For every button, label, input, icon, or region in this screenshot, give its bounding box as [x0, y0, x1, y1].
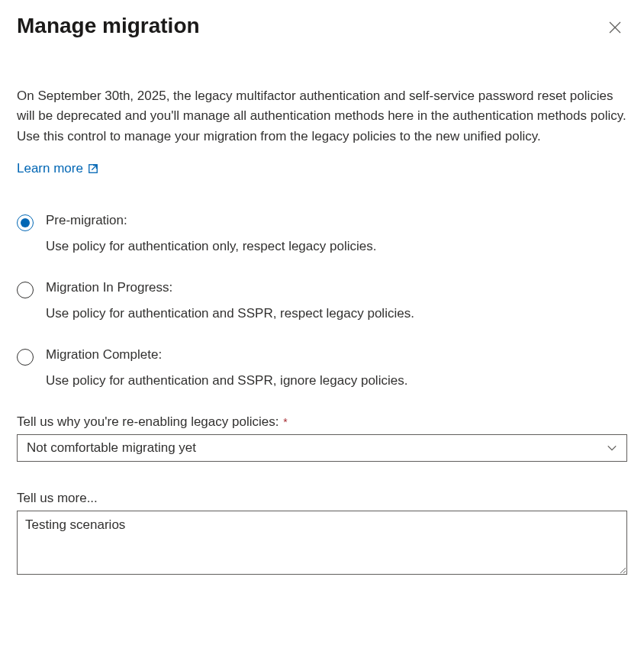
radio-label-in-progress[interactable]: Migration In Progress: — [46, 280, 627, 295]
reason-field-block: Tell us why you're re-enabling legacy po… — [17, 414, 627, 462]
more-textarea[interactable] — [17, 511, 627, 575]
radio-in-progress[interactable] — [17, 282, 34, 298]
radio-label-complete[interactable]: Migration Complete: — [46, 347, 627, 363]
migration-radio-group: Pre-migration: Use policy for authentica… — [17, 213, 627, 388]
learn-more-label: Learn more — [17, 161, 83, 176]
close-button[interactable] — [603, 15, 627, 42]
description-text: On September 30th, 2025, the legacy mult… — [17, 86, 627, 147]
required-marker: * — [283, 416, 287, 428]
reason-field-label: Tell us why you're re-enabling legacy po… — [17, 414, 279, 429]
radio-option-complete: Migration Complete: Use policy for authe… — [17, 347, 627, 388]
radio-selected-dot — [21, 218, 30, 227]
radio-complete[interactable] — [17, 349, 34, 366]
radio-sub-complete: Use policy for authentication and SSPR, … — [46, 373, 627, 388]
radio-label-pre-migration[interactable]: Pre-migration: — [46, 213, 627, 228]
radio-pre-migration[interactable] — [17, 214, 34, 231]
page-title: Manage migration — [17, 14, 200, 38]
reason-dropdown[interactable]: Not comfortable migrating yet — [17, 434, 627, 462]
radio-option-pre-migration: Pre-migration: Use policy for authentica… — [17, 213, 627, 254]
learn-more-link[interactable]: Learn more — [17, 161, 98, 176]
svg-line-3 — [92, 166, 96, 170]
radio-option-in-progress: Migration In Progress: Use policy for au… — [17, 280, 627, 321]
external-link-icon — [88, 163, 98, 174]
radio-sub-in-progress: Use policy for authentication and SSPR, … — [46, 306, 627, 321]
radio-sub-pre-migration: Use policy for authentication only, resp… — [46, 239, 627, 254]
more-field-label: Tell us more... — [17, 491, 627, 506]
close-icon — [609, 21, 621, 34]
reason-dropdown-value: Not comfortable migrating yet — [27, 440, 196, 456]
chevron-down-icon — [607, 443, 617, 453]
more-field-block: Tell us more... — [17, 491, 627, 577]
